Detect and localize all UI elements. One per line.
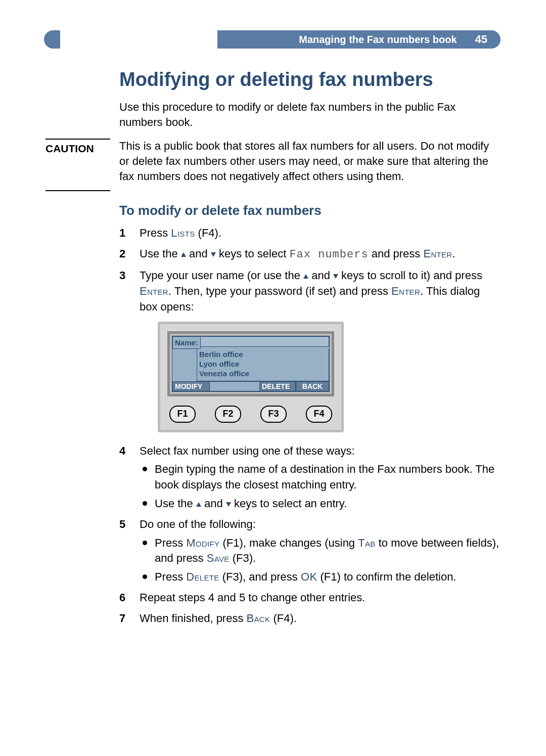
step-number: 4 <box>119 443 134 459</box>
softkey-delete[interactable]: DELETE <box>259 381 296 391</box>
step-text: Do one of the following: <box>140 518 256 530</box>
header-decor-left <box>44 30 60 49</box>
step-number: 1 <box>119 226 134 241</box>
f4-button[interactable]: F4 <box>306 406 332 423</box>
up-arrow-icon <box>181 252 186 257</box>
step-2: 2 Use the and keys to select Fax numbers… <box>119 246 500 263</box>
sublist: Press Modify (F1), make changes (using T… <box>140 536 500 585</box>
step-number: 3 <box>119 268 134 284</box>
key-delete: Delete <box>186 570 219 583</box>
key-enter: Enter <box>140 285 168 297</box>
key-enter: Enter <box>391 285 420 297</box>
step-text: Use the and keys to select Fax numbers a… <box>140 247 456 260</box>
step-text: Type your user name (or use the and keys… <box>140 269 482 313</box>
down-arrow-icon <box>333 274 338 279</box>
step-text: Repeat steps 4 and 5 to change other ent… <box>140 591 365 604</box>
softkey-row: MODIFY DELETE BACK <box>172 381 329 391</box>
caution-text: This is a public book that stores all fa… <box>119 139 500 184</box>
screen-text-fax-numbers: Fax numbers <box>289 248 368 261</box>
dialog-illustration: Name: Berlin office Lyon office Venezia … <box>158 322 500 432</box>
device-frame: Name: Berlin office Lyon office Venezia … <box>158 322 344 432</box>
step-5: 5 Do one of the following: Press Modify … <box>119 517 500 585</box>
page-title: Modifying or deleting fax numbers <box>119 69 500 91</box>
step-number: 7 <box>119 611 134 627</box>
down-arrow-icon <box>211 252 216 257</box>
key-ok: OK <box>301 570 317 583</box>
step-1: 1 Press Lists (F4). <box>119 226 500 241</box>
step-number: 2 <box>119 246 134 262</box>
header-decor-right: Managing the Fax numbers book 45 <box>217 30 500 49</box>
page-header: Managing the Fax numbers book 45 <box>46 30 500 49</box>
key-enter: Enter <box>423 247 452 260</box>
step-text: Select fax number using one of these way… <box>140 444 355 457</box>
screen-bezel: Name: Berlin office Lyon office Venezia … <box>167 331 334 396</box>
up-arrow-icon <box>196 502 201 507</box>
lcd-screen: Name: Berlin office Lyon office Venezia … <box>172 336 330 391</box>
step-number: 6 <box>119 590 134 606</box>
sublist-item: Begin typing the name of a destination i… <box>140 462 500 493</box>
up-arrow-icon <box>303 274 308 279</box>
softkey-modify[interactable]: MODIFY <box>172 381 210 391</box>
intro-paragraph: Use this procedure to modify or delete f… <box>119 100 500 129</box>
key-modify: Modify <box>186 537 219 549</box>
softkey-back[interactable]: BACK <box>296 381 329 391</box>
fax-list[interactable]: Berlin office Lyon office Venezia office <box>197 349 329 381</box>
down-arrow-icon <box>226 502 231 507</box>
step-number: 5 <box>119 517 134 532</box>
step-7: 7 When finished, press Back (F4). <box>119 611 500 627</box>
step-3: 3 Type your user name (or use the and ke… <box>119 268 500 432</box>
name-row: Name: <box>172 336 329 349</box>
step-text: Press Lists (F4). <box>140 227 221 239</box>
f1-button[interactable]: F1 <box>169 406 196 423</box>
caution-block: CAUTION This is a public book that store… <box>119 139 500 184</box>
f2-button[interactable]: F2 <box>215 406 241 423</box>
list-item[interactable]: Venezia office <box>199 369 327 379</box>
softkey-gap <box>210 381 259 391</box>
key-back: Back <box>247 612 270 625</box>
key-tab: Tab <box>358 537 375 549</box>
step-text: When finished, press Back (F4). <box>140 612 297 625</box>
name-input[interactable] <box>201 336 329 347</box>
sublist: Begin typing the name of a destination i… <box>140 462 500 511</box>
step-list: 1 Press Lists (F4). 2 Use the and keys t… <box>119 226 500 626</box>
sublist-item: Press Modify (F1), make changes (using T… <box>140 536 500 567</box>
page: Managing the Fax numbers book 45 Modifyi… <box>0 0 546 756</box>
function-key-row: F1 F2 F3 F4 <box>167 406 334 423</box>
header-section-title: Managing the Fax numbers book <box>299 34 457 46</box>
step-6: 6 Repeat steps 4 and 5 to change other e… <box>119 590 500 606</box>
f3-button[interactable]: F3 <box>260 406 287 423</box>
sublist-item: Use the and keys to select an entry. <box>140 496 500 512</box>
key-lists: Lists <box>171 227 195 239</box>
list-item[interactable]: Berlin office <box>199 350 327 360</box>
sublist-item: Press Delete (F3), and press OK (F1) to … <box>140 569 500 585</box>
key-save: Save <box>207 552 230 564</box>
header-page-number: 45 <box>475 33 487 46</box>
name-label: Name: <box>172 336 201 349</box>
caution-label: CAUTION <box>46 139 110 191</box>
content-area: Modifying or deleting fax numbers Use th… <box>119 69 500 627</box>
step-4: 4 Select fax number using one of these w… <box>119 443 500 512</box>
list-item[interactable]: Lyon office <box>199 360 327 369</box>
procedure-heading: To modify or delete fax numbers <box>119 203 500 218</box>
